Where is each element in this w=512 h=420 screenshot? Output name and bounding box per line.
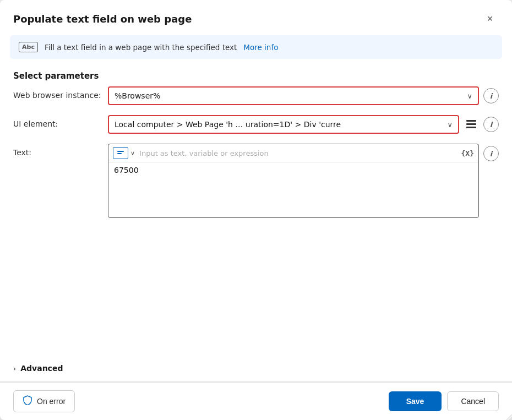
chevron-down-icon: ∨ [467,92,472,100]
save-button[interactable]: Save [389,391,442,411]
web-browser-control: %Browser% ∨ i [108,86,499,105]
dialog-title: Populate text field on web page [13,13,192,25]
more-info-link[interactable]: More info [243,43,278,52]
svg-rect-4 [117,153,122,154]
close-button[interactable]: × [481,10,499,28]
web-browser-value: %Browser% [115,91,160,100]
footer: On error Save Cancel [0,382,512,420]
text-label: Text: [13,144,101,157]
text-type-button[interactable] [113,147,128,159]
ui-element-row: UI element: Local computer > Web Page 'h… [13,115,499,134]
ui-element-info-icon[interactable]: i [483,117,499,132]
toolbar-chevron-icon[interactable]: ∨ [130,150,135,157]
abc-icon: Abc [19,42,38,52]
web-browser-label: Web browser instance: [13,86,101,100]
section-title: Select parameters [0,59,512,86]
ui-element-dropdown[interactable]: Local computer > Web Page 'h … uration=1… [108,115,459,134]
web-browser-dropdown[interactable]: %Browser% ∨ [108,86,479,105]
svg-rect-0 [466,120,476,122]
on-error-button[interactable]: On error [13,390,75,412]
web-browser-row: Web browser instance: %Browser% ∨ i [13,86,499,105]
text-info-icon[interactable]: i [483,146,499,161]
web-browser-info-icon[interactable]: i [483,88,499,103]
layers-icon[interactable] [464,119,479,129]
advanced-chevron-icon: › [13,364,16,373]
dialog: Populate text field on web page × Abc Fi… [0,0,512,420]
text-field-toolbar: ∨ Input as text, variable or expression … [108,144,478,162]
text-control: ∨ Input as text, variable or expression … [108,144,499,218]
text-placeholder: Input as text, variable or expression [137,149,459,157]
svg-rect-3 [117,151,124,152]
chevron-down-icon: ∨ [447,121,453,129]
resize-handle[interactable] [504,412,512,420]
shield-icon [23,395,32,407]
dialog-header: Populate text field on web page × [0,0,512,35]
params-area: Web browser instance: %Browser% ∨ i UI e… [0,86,512,358]
svg-rect-2 [466,127,476,128]
expression-button[interactable]: {X} [461,149,474,157]
text-row: Text: ∨ Input as text, variable or expre… [13,144,499,218]
footer-right: Save Cancel [389,391,499,411]
text-field-wrapper: ∨ Input as text, variable or expression … [108,144,479,218]
ui-element-label: UI element: [13,115,101,128]
advanced-row[interactable]: › Advanced [0,358,512,381]
ui-element-value: Local computer > Web Page 'h … uration=1… [115,120,341,129]
banner-description: Fill a text field in a web page with the… [45,43,237,52]
info-banner: Abc Fill a text field in a web page with… [10,35,502,59]
advanced-label: Advanced [20,364,63,373]
svg-rect-1 [466,123,476,125]
on-error-label: On error [37,397,66,406]
ui-element-control: Local computer > Web Page 'h … uration=1… [108,115,499,134]
text-value[interactable]: 67500 [108,162,478,217]
cancel-button[interactable]: Cancel [447,391,499,411]
